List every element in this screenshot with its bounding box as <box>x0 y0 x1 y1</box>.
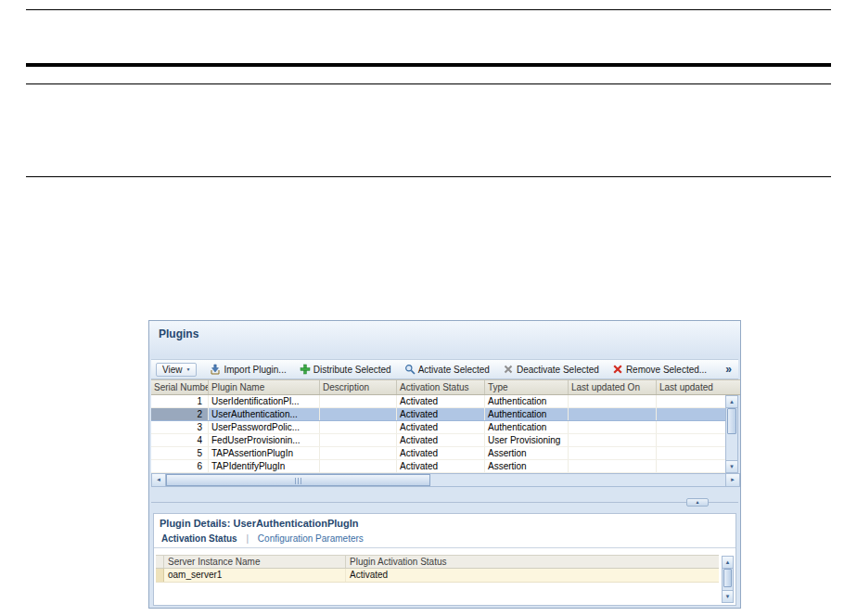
view-menu-button[interactable]: View ▼ <box>156 363 197 377</box>
scroll-up-icon[interactable]: ▲ <box>726 396 737 408</box>
collapse-panel-button[interactable]: ▲ <box>686 498 709 507</box>
cell-last-updated-on <box>569 434 657 446</box>
column-header-last-updated-on[interactable]: Last updated On <box>569 380 657 394</box>
panel-header-strip <box>149 321 740 356</box>
table-horizontal-scrollbar[interactable]: ◄ ► <box>151 473 740 487</box>
cell-description <box>320 421 397 433</box>
cell-plugin-name: UserAuthentication... <box>209 408 320 420</box>
magnifier-icon <box>404 364 416 375</box>
table-row-selected[interactable]: 2 UserAuthentication... Activated Authen… <box>151 408 727 421</box>
remove-selected-button[interactable]: Remove Selected... <box>612 364 707 375</box>
cell-serial-number: 6 <box>151 460 209 472</box>
import-plugin-button[interactable]: Import Plugin... <box>210 364 286 375</box>
cell-plugin-activation-status: Activated <box>346 569 719 582</box>
cell-last-updated <box>657 408 727 420</box>
details-tabs: Activation Status | Configuration Parame… <box>154 531 735 548</box>
cell-last-updated-on <box>569 408 657 420</box>
view-menu-label: View <box>162 365 183 375</box>
row-header-gutter <box>156 569 164 582</box>
vertical-scroll-thumb[interactable] <box>723 569 732 587</box>
import-icon <box>210 364 221 375</box>
plugins-table-body: 1 UserIdentificationPl... Activated Auth… <box>151 395 727 473</box>
cell-serial-number: 1 <box>151 395 209 407</box>
cell-last-updated-on <box>569 421 657 433</box>
cell-type: Authentication <box>485 408 569 420</box>
distribute-selected-label: Distribute Selected <box>313 365 391 375</box>
cell-activation-status: Activated <box>397 460 485 472</box>
cell-serial-number: 4 <box>151 434 209 446</box>
cell-serial-number: 2 <box>151 408 209 420</box>
tab-activation-status[interactable]: Activation Status <box>161 533 237 544</box>
details-table-header: Server Instance Name Plugin Activation S… <box>156 555 719 569</box>
top-rule <box>26 9 831 10</box>
cell-last-updated <box>657 460 727 472</box>
activation-status-table: Server Instance Name Plugin Activation S… <box>156 555 719 583</box>
cell-type: Authentication <box>485 421 569 433</box>
distribute-selected-button[interactable]: Distribute Selected <box>300 364 391 375</box>
activate-selected-label: Activate Selected <box>418 365 490 375</box>
row-header-gutter <box>156 556 164 568</box>
column-header-type[interactable]: Type <box>485 380 569 394</box>
column-header-last-updated[interactable]: Last updated <box>657 380 740 394</box>
cell-plugin-name: UserPasswordPolic... <box>209 421 320 433</box>
column-header-activation-status[interactable]: Activation Status <box>397 380 485 394</box>
table-row[interactable]: 1 UserIdentificationPl... Activated Auth… <box>151 395 727 408</box>
cell-activation-status: Activated <box>397 434 485 446</box>
cell-plugin-name: UserIdentificationPl... <box>209 395 320 407</box>
vertical-scroll-thumb[interactable] <box>727 408 736 434</box>
cell-last-updated <box>657 434 727 446</box>
cell-type: User Provisioning <box>485 434 569 446</box>
cell-last-updated-on <box>569 395 657 407</box>
table-vertical-scrollbar[interactable]: ▲ ▼ <box>725 395 738 473</box>
toolbar-overflow-button[interactable]: » <box>725 363 734 376</box>
cell-plugin-name: TAPIdentifyPlugIn <box>209 460 320 472</box>
green-plus-icon <box>300 364 311 375</box>
cell-activation-status: Activated <box>397 395 485 407</box>
page-title: Plugins <box>159 327 198 340</box>
column-header-description[interactable]: Description <box>320 380 397 394</box>
scroll-right-icon[interactable]: ► <box>725 474 739 486</box>
cell-description <box>320 408 397 420</box>
cell-server-instance-name: oam_server1 <box>164 569 346 582</box>
table-row[interactable]: 4 FedUserProvisionin... Activated User P… <box>151 434 727 447</box>
deactivate-selected-label: Deactivate Selected <box>517 365 599 375</box>
horizontal-scroll-thumb[interactable] <box>166 474 430 486</box>
cell-description <box>320 460 397 472</box>
cell-activation-status: Activated <box>397 447 485 459</box>
table-row[interactable]: 3 UserPasswordPolic... Activated Authent… <box>151 421 727 434</box>
cell-activation-status: Activated <box>397 421 485 433</box>
deactivate-selected-button[interactable]: Deactivate Selected <box>503 364 599 375</box>
column-header-serial-number[interactable]: Serial Number <box>151 380 209 394</box>
cell-plugin-name: FedUserProvisionin... <box>209 434 320 446</box>
cell-description <box>320 434 397 446</box>
plugins-toolbar: View ▼ Import Plugin... <box>151 359 738 379</box>
table-row[interactable]: 6 TAPIdentifyPlugIn Activated Assertion <box>151 460 727 473</box>
details-vertical-scrollbar[interactable]: ▲ ▼ <box>722 556 734 603</box>
import-plugin-label: Import Plugin... <box>224 365 286 375</box>
plugin-details-title: Plugin Details: UserAuthenticationPlugIn <box>154 514 735 531</box>
header-rule <box>26 83 831 84</box>
cell-type: Assertion <box>485 460 569 472</box>
cell-description <box>320 447 397 459</box>
activate-selected-button[interactable]: Activate Selected <box>404 364 490 375</box>
scroll-thumb-grip <box>295 478 303 484</box>
plugins-table: Serial Number Plugin Name Description Ac… <box>151 379 740 473</box>
cell-plugin-name: TAPAssertionPlugIn <box>209 447 320 459</box>
column-header-server-instance-name[interactable]: Server Instance Name <box>164 556 346 568</box>
scroll-left-icon[interactable]: ◄ <box>152 474 166 486</box>
scroll-up-icon[interactable]: ▲ <box>723 557 733 569</box>
cell-description <box>320 395 397 407</box>
table-row[interactable]: 5 TAPAssertionPlugIn Activated Assertion <box>151 447 727 460</box>
cell-last-updated <box>657 395 727 407</box>
scroll-down-icon[interactable]: ▼ <box>723 590 733 602</box>
plugins-panel: Plugins View ▼ Import Plugin... <box>148 320 741 609</box>
table-row[interactable]: oam_server1 Activated <box>156 569 719 583</box>
column-header-plugin-name[interactable]: Plugin Name <box>209 380 320 394</box>
scroll-down-icon[interactable]: ▼ <box>726 460 737 472</box>
cell-last-updated-on <box>569 447 657 459</box>
tab-configuration-parameters[interactable]: Configuration Parameters <box>258 533 364 544</box>
plugins-table-header: Serial Number Plugin Name Description Ac… <box>151 379 740 395</box>
cell-type: Authentication <box>485 395 569 407</box>
section-rule <box>26 176 831 177</box>
column-header-plugin-activation-status[interactable]: Plugin Activation Status <box>346 556 719 568</box>
